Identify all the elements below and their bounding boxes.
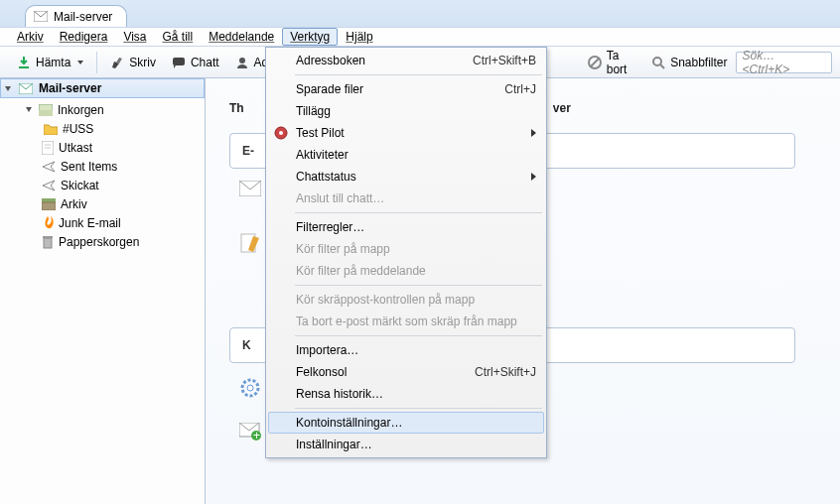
inbox-icon xyxy=(39,104,53,116)
menu-item-chattstatus[interactable]: Chattstatus xyxy=(268,166,544,188)
envelope-icon xyxy=(239,181,261,202)
testpilot-icon xyxy=(272,124,290,142)
svg-line-7 xyxy=(660,64,664,68)
menu-item-installningar[interactable]: Inställningar… xyxy=(268,434,544,455)
menu-arkiv[interactable]: Arkiv xyxy=(9,28,52,46)
menu-item-label: Chattstatus xyxy=(296,170,356,184)
folder-label: Junk E-mail xyxy=(59,216,121,230)
account-name: Mail-server xyxy=(39,81,101,95)
menubar: Arkiv Redigera Visa Gå till Meddelande V… xyxy=(0,27,840,47)
menu-item-filterregler[interactable]: Filterregler… xyxy=(268,216,544,238)
menu-item-tabortskrap: Ta bort e-post märkt som skräp från mapp xyxy=(268,311,544,332)
menu-item-shortcut: Ctrl+Skift+J xyxy=(475,365,536,379)
folder-label: Sent Items xyxy=(61,160,117,174)
section-label: E- xyxy=(242,144,254,158)
svg-point-6 xyxy=(653,58,661,65)
menu-item-testpilot[interactable]: Test Pilot xyxy=(268,122,544,144)
pencil-icon xyxy=(110,56,124,69)
chat-icon xyxy=(172,56,186,69)
heading-part: Th xyxy=(229,101,244,115)
menu-verktyg[interactable]: Verktyg xyxy=(282,28,338,46)
menu-item-label: Ta bort e-post märkt som skräp från mapp xyxy=(296,315,517,328)
menu-gatill[interactable]: Gå till xyxy=(155,28,202,46)
toolbar-separator xyxy=(96,52,97,73)
menu-item-aktiviteter[interactable]: Aktiviteter xyxy=(268,144,544,166)
account-header[interactable]: Mail-server xyxy=(0,78,205,98)
menu-hjalp[interactable]: Hjälp xyxy=(338,28,380,46)
mail-icon xyxy=(19,83,33,94)
search-icon xyxy=(651,56,665,69)
menu-item-label: Test Pilot xyxy=(296,126,345,140)
svg-rect-1 xyxy=(19,66,29,68)
menu-item-tillagg[interactable]: Tillägg xyxy=(268,100,544,122)
folder-label: Inkorgen xyxy=(58,103,104,117)
menu-item-label: Kör filter på mapp xyxy=(296,242,390,256)
folder-trash[interactable]: Papperskorgen xyxy=(0,232,205,251)
folder-skickat[interactable]: Skickat xyxy=(0,176,205,194)
folder-arkiv[interactable]: Arkiv xyxy=(0,194,205,213)
menu-item-felkonsol[interactable]: Felkonsol Ctrl+Skift+J xyxy=(268,361,544,383)
person-icon xyxy=(235,56,249,69)
folder-inkorgen[interactable]: Inkorgen xyxy=(0,100,205,119)
svg-point-3 xyxy=(239,58,245,63)
svg-text:+: + xyxy=(253,429,260,441)
menu-meddelande[interactable]: Meddelande xyxy=(201,28,282,46)
sent-icon xyxy=(42,161,56,173)
toolbar-snabbfilter[interactable]: Snabbfilter xyxy=(643,50,735,75)
toolbar-skriv[interactable]: Skriv xyxy=(102,50,164,75)
toolbar-hamta-label: Hämta xyxy=(36,56,70,69)
menu-item-label: Tillägg xyxy=(296,104,331,118)
folder-icon xyxy=(44,123,58,135)
toolbar-tabort-label: Ta bort xyxy=(607,49,635,76)
toolbar-chatt[interactable]: Chatt xyxy=(164,50,227,75)
search-input[interactable]: Sök… <Ctrl+K> xyxy=(736,52,833,73)
toolbar-tabort[interactable]: Ta bort xyxy=(580,50,643,75)
chevron-right-icon xyxy=(531,129,536,137)
menu-item-korfiltermedd: Kör filter på meddelande xyxy=(268,260,544,282)
flame-icon xyxy=(42,216,54,230)
svg-rect-16 xyxy=(44,238,52,248)
menu-item-label: Adressboken xyxy=(296,54,365,67)
menu-item-rensa[interactable]: Rensa historik… xyxy=(268,383,544,405)
menu-item-label: Kör skräppost-kontrollen på mapp xyxy=(296,293,475,307)
menu-item-label: Inställningar… xyxy=(296,438,372,451)
menu-separator xyxy=(295,212,542,213)
folder-junk[interactable]: Junk E-mail xyxy=(0,213,205,232)
svg-rect-14 xyxy=(42,198,56,202)
verktyg-menu: Adressboken Ctrl+Skift+B Sparade filer C… xyxy=(265,47,547,458)
toolbar-snabbfilter-label: Snabbfilter xyxy=(670,56,727,69)
menu-visa[interactable]: Visa xyxy=(115,28,154,46)
folder-sent-items[interactable]: Sent Items xyxy=(0,157,205,176)
menu-item-label: Filterregler… xyxy=(296,220,364,234)
chevron-down-icon xyxy=(77,61,83,64)
menu-item-anslut: Anslut till chatt… xyxy=(268,188,544,209)
pencil-paper-icon xyxy=(239,232,261,254)
folder-label: #USS xyxy=(63,122,93,136)
menu-item-kontoinstallningar[interactable]: Kontoinställningar… xyxy=(268,412,544,434)
toolbar-chatt-label: Chatt xyxy=(191,56,219,69)
folder-sidebar: Mail-server Inkorgen #USS Utkast Sent It… xyxy=(0,78,206,504)
menu-item-adressboken[interactable]: Adressboken Ctrl+Skift+B xyxy=(268,50,544,71)
trash-icon xyxy=(42,235,54,249)
menu-separator xyxy=(295,74,542,75)
svg-rect-15 xyxy=(42,202,56,210)
toolbar-hamta[interactable]: Hämta xyxy=(9,50,91,75)
menu-item-label: Kontoinställningar… xyxy=(296,416,402,430)
menu-redigera[interactable]: Redigera xyxy=(52,28,116,46)
window-tab[interactable]: Mail-server xyxy=(25,5,127,27)
menu-separator xyxy=(295,335,542,336)
menu-item-korskrap: Kör skräppost-kontrollen på mapp xyxy=(268,289,544,311)
folder-label: Arkiv xyxy=(61,197,87,211)
menu-separator xyxy=(295,285,542,286)
archive-icon xyxy=(42,198,56,210)
stop-icon xyxy=(588,56,602,69)
menu-item-sparade[interactable]: Sparade filer Ctrl+J xyxy=(268,78,544,100)
folder-utkast[interactable]: Utkast xyxy=(0,138,205,157)
menu-item-label: Kör filter på meddelande xyxy=(296,264,426,278)
folder-label: Skickat xyxy=(61,179,99,192)
menu-item-label: Anslut till chatt… xyxy=(296,191,384,205)
folder-uss[interactable]: #USS xyxy=(0,119,205,138)
menu-item-importera[interactable]: Importera… xyxy=(268,339,544,361)
menu-item-label: Rensa historik… xyxy=(296,387,383,401)
menu-item-label: Importera… xyxy=(296,343,358,357)
